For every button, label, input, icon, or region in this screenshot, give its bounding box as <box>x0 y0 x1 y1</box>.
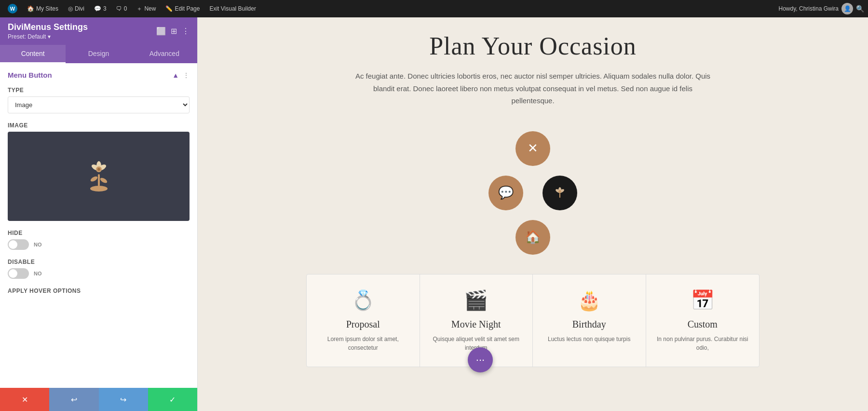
icon-row-bottom: 🏠 <box>511 215 555 260</box>
tab-advanced[interactable]: Advanced <box>132 45 197 63</box>
sidebar-actions: ✕ ↩ ↪ ✓ <box>0 388 197 411</box>
save-icon: ✓ <box>169 395 176 404</box>
tab-content[interactable]: Content <box>0 45 66 63</box>
section-header: Menu Button ▲ ⋮ <box>8 71 190 79</box>
hide-toggle-row: NO <box>8 239 190 250</box>
hover-label: Apply Hover Options <box>8 288 190 294</box>
sidebar-header: DiviMenus Settings Preset: Default ▾ ⬜ ⊞… <box>0 17 197 45</box>
chevron-down-icon: ▾ <box>48 33 51 40</box>
tab-design[interactable]: Design <box>66 45 131 63</box>
disable-toggle-row: NO <box>8 268 190 279</box>
my-sites-item[interactable]: 🏠 My Sites <box>23 0 62 17</box>
disable-label: Disable <box>8 259 190 265</box>
wp-admin-bar: W 🏠 My Sites ◎ Divi 💬 3 🗨 0 ＋ New ✏️ Edi… <box>0 0 868 17</box>
canvas-content: Plan Your Occasion Ac feugiat ante. Done… <box>268 17 798 382</box>
icon-row-middle: 💬 <box>484 171 582 215</box>
proposal-icon: 💍 <box>316 289 410 312</box>
card-birthday: 🎂 Birthday Luctus lectus non quisque tur… <box>533 274 646 367</box>
undo-button[interactable]: ↩ <box>49 388 98 411</box>
divi-item[interactable]: ◎ Divi <box>64 0 88 17</box>
comments-item[interactable]: 💬 3 <box>90 0 110 17</box>
exit-builder-item[interactable]: Exit Visual Builder <box>205 0 260 17</box>
svg-point-1 <box>90 186 108 192</box>
type-select[interactable]: Image Text Icon <box>8 96 190 113</box>
floating-menu-button[interactable]: ··· <box>468 347 493 372</box>
custom-text: In non pulvinar purus. Curabitur nisi od… <box>656 335 750 352</box>
movie-icon: 🎬 <box>430 289 523 312</box>
canvas: Plan Your Occasion Ac feugiat ante. Done… <box>198 17 868 411</box>
page-intro: Ac feugiat ante. Donec ultricies loborti… <box>352 70 714 107</box>
redo-icon: ↪ <box>120 395 126 404</box>
hide-toggle[interactable] <box>8 239 29 250</box>
icon-row-top: ✕ <box>511 126 555 171</box>
sidebar: DiviMenus Settings Preset: Default ▾ ⬜ ⊞… <box>0 17 198 411</box>
more-options-icon[interactable]: ⋮ <box>182 27 190 36</box>
bubble-icon: 💬 <box>94 5 101 12</box>
hide-field-group: Hide NO <box>8 230 190 250</box>
image-label: Image <box>8 122 190 129</box>
hover-field-group: Apply Hover Options <box>8 288 190 294</box>
house-icon: 🏠 <box>27 5 34 12</box>
chat-icon-circle: 💬 <box>488 176 523 210</box>
chat-icon: 🗨 <box>116 5 122 12</box>
svg-point-8 <box>97 168 100 171</box>
cancel-button[interactable]: ✕ <box>0 388 49 411</box>
cards-grid: 💍 Proposal Lorem ipsum dolor sit amet, c… <box>306 274 760 367</box>
save-button[interactable]: ✓ <box>148 388 197 411</box>
custom-title: Custom <box>656 319 750 330</box>
tools-icon-circle: ✕ <box>515 131 550 166</box>
birthday-icon: 🎂 <box>542 289 636 312</box>
icon-cluster: ✕ 💬 <box>306 126 760 260</box>
svg-rect-9 <box>559 193 560 198</box>
page-title: Plan Your Occasion <box>306 32 760 60</box>
plus-icon: ＋ <box>136 5 142 13</box>
undo-icon: ↩ <box>71 395 77 404</box>
divi-icon: ◎ <box>68 5 73 12</box>
howdy-section: Howdy, Christina Gwira 👤 🔍 <box>779 3 864 14</box>
svg-point-13 <box>558 190 561 193</box>
image-field-group: Image <box>8 122 190 221</box>
sidebar-content: Menu Button ▲ ⋮ Type Image Text Icon Ima… <box>0 63 197 388</box>
hide-toggle-label: NO <box>34 242 42 247</box>
disable-toggle-label: NO <box>34 271 42 276</box>
movie-title: Movie Night <box>430 319 523 330</box>
hide-label: Hide <box>8 230 190 236</box>
main-layout: DiviMenus Settings Preset: Default ▾ ⬜ ⊞… <box>0 17 868 411</box>
comment-count-item[interactable]: 🗨 0 <box>112 0 131 17</box>
svg-point-3 <box>99 177 108 184</box>
disable-field-group: Disable NO <box>8 259 190 279</box>
sidebar-header-icons: ⬜ ⊞ ⋮ <box>156 27 190 36</box>
sidebar-title: DiviMenus Settings <box>8 22 88 32</box>
sidebar-preset: Preset: Default ▾ <box>8 33 88 40</box>
proposal-title: Proposal <box>316 319 410 330</box>
flower-icon-circle <box>542 176 577 210</box>
expand-icon[interactable]: ⬜ <box>156 27 166 36</box>
type-label: Type <box>8 87 190 94</box>
sidebar-tabs: Content Design Advanced <box>0 45 197 63</box>
pencil-icon: ✏️ <box>165 5 173 12</box>
type-field-group: Type Image Text Icon <box>8 87 190 113</box>
home-icon-circle: 🏠 <box>515 220 550 255</box>
grid-icon[interactable]: ⊞ <box>171 27 177 36</box>
user-avatar: 👤 <box>841 3 853 14</box>
search-icon[interactable]: 🔍 <box>856 5 864 13</box>
cancel-icon: ✕ <box>22 395 28 404</box>
custom-icon: 📅 <box>656 289 750 312</box>
section-controls: ▲ ⋮ <box>172 71 190 79</box>
image-preview[interactable] <box>8 132 190 221</box>
card-custom: 📅 Custom In non pulvinar purus. Curabitu… <box>646 274 760 367</box>
new-item[interactable]: ＋ New <box>133 0 160 17</box>
disable-toggle[interactable] <box>8 268 29 279</box>
proposal-text: Lorem ipsum dolor sit amet, consectetur <box>316 335 410 352</box>
wp-logo-item[interactable]: W <box>4 0 21 17</box>
svg-point-2 <box>90 175 98 182</box>
redo-button[interactable]: ↪ <box>99 388 148 411</box>
flower-icon-svg <box>552 185 568 201</box>
birthday-text: Luctus lectus non quisque turpis <box>542 335 636 343</box>
collapse-icon[interactable]: ▲ <box>172 71 179 79</box>
edit-page-item[interactable]: ✏️ Edit Page <box>162 0 203 17</box>
card-proposal: 💍 Proposal Lorem ipsum dolor sit amet, c… <box>307 274 420 367</box>
section-title: Menu Button <box>8 71 52 79</box>
flower-logo-svg <box>82 157 116 196</box>
section-more-icon[interactable]: ⋮ <box>183 71 190 79</box>
